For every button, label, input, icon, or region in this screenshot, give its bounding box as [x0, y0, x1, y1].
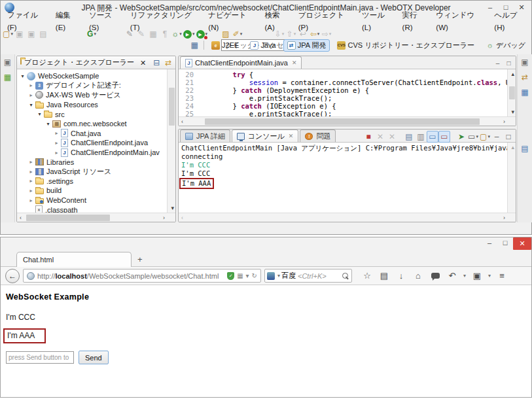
search-bar[interactable]: ▾ 百度 <Ctrl+K> — [264, 269, 352, 283]
scroll-lock-icon[interactable]: ▥ — [415, 131, 427, 143]
restore-view-icon[interactable]: ▣ — [519, 56, 531, 68]
sync-view-icon[interactable]: ⇄ — [519, 71, 531, 83]
tree-expander-icon[interactable]: ▾ — [19, 73, 26, 79]
tree-expander-icon[interactable]: ▸ — [27, 178, 35, 184]
tree-expander-icon[interactable]: ▾ — [27, 102, 35, 108]
tree-item[interactable]: ▸3デプロイメント記述子: — [17, 81, 175, 91]
console-area-tab-コンソール[interactable]: コンソール✕ — [232, 130, 299, 142]
scrollbar-thumb[interactable] — [205, 118, 480, 125]
editor-hscrollbar[interactable]: ‹ › — [179, 116, 516, 126]
send-button[interactable]: Send — [79, 351, 109, 364]
url-text[interactable]: http://localhost/WebSocketSample/websock… — [37, 272, 226, 280]
open-perspective-icon[interactable]: ▦ — [188, 39, 200, 51]
forget-caret-icon[interactable]: ▾ — [486, 269, 493, 283]
tree-expander-icon[interactable]: ▸ — [27, 188, 35, 194]
editor-vscrollbar[interactable]: ▴ ▾ — [507, 69, 516, 116]
perspective-button-CVS リポジトリー・エクスプローラー[interactable]: CVSCVS リポジトリー・エクスプローラー — [333, 39, 478, 52]
tree-item[interactable]: ▸JChat.java — [17, 129, 175, 139]
tree-expander-icon[interactable]: ▸ — [27, 169, 35, 175]
mixed-content-shield-icon[interactable]: ✓ — [227, 272, 234, 280]
minimize-view-icon[interactable]: – — [491, 131, 503, 143]
menu-icon[interactable]: ≡ — [493, 269, 510, 283]
explorer-hscrollbar[interactable]: ‹ › — [17, 213, 175, 222]
open-task-icon[interactable]: ✎ — [124, 28, 135, 40]
minimize-view-icon[interactable]: – — [492, 58, 503, 68]
browser-tab[interactable]: Chat.html — [16, 252, 132, 267]
open-console-icon[interactable]: ▢▾ — [479, 131, 491, 143]
scroll-left-icon[interactable]: ‹ — [20, 213, 22, 222]
scroll-up-icon[interactable]: ▴ — [511, 143, 514, 152]
new-tab-button[interactable]: + — [137, 254, 143, 264]
tree-expander-icon[interactable]: ▸ — [27, 159, 35, 165]
tree-item[interactable]: ▸JavaScript リソース — [17, 167, 175, 177]
scroll-down-icon[interactable]: ▾ — [171, 203, 174, 213]
pin-console-icon[interactable]: ➤ — [455, 131, 467, 143]
tree-expander-icon[interactable]: ▸ — [53, 150, 60, 156]
bookmark-star-icon[interactable]: ☆ — [359, 269, 376, 283]
scrollbar-thumb[interactable] — [26, 215, 110, 221]
code-line[interactable]: 22 } catch (DeploymentException e) { — [179, 86, 507, 94]
tree-item[interactable]: ▸build — [17, 186, 175, 196]
home-icon[interactable]: ⌂ — [410, 269, 427, 283]
reload-icon[interactable]: ↻ — [252, 272, 257, 279]
scroll-up-icon[interactable]: ▴ — [511, 69, 514, 78]
scroll-right-icon[interactable]: › — [503, 117, 505, 126]
console-vscrollbar[interactable]: ▴ — [507, 143, 516, 213]
restore-view-icon[interactable]: ▣ — [2, 56, 14, 68]
tree-item[interactable]: ▾src — [17, 109, 175, 119]
tree-item[interactable]: ▸JAX-WS Web サービス — [17, 90, 175, 100]
debug-icon[interactable]: ☼▾ — [171, 28, 183, 40]
sync-tabs-icon[interactable]: ↶ — [444, 269, 461, 283]
perspective-button-J2EE[interactable]: eJ2EE — [207, 40, 243, 51]
code-line[interactable]: 24 } catch (IOException e) { — [179, 102, 507, 110]
outline-view-icon[interactable]: ▤ — [519, 143, 531, 154]
url-bar[interactable]: http://localhost/WebSocketSample/websock… — [23, 269, 261, 283]
tree-item[interactable]: ▾Java Resources — [17, 100, 175, 110]
console-area-tab-JPA 詳細[interactable]: JPA 詳細 — [180, 130, 230, 142]
console-area-tab-問題[interactable]: !問題 — [300, 130, 336, 142]
scroll-left-icon[interactable]: ‹ — [181, 117, 183, 126]
downloads-icon[interactable]: ↓ — [393, 269, 410, 283]
palette-view-icon[interactable]: ▦ — [519, 86, 531, 98]
tree-expander-icon[interactable]: ▸ — [53, 130, 60, 136]
code-editor[interactable]: 20 try {21 session = container.connectTo… — [179, 69, 507, 116]
forum-icon[interactable] — [427, 269, 444, 283]
tree-expander-icon[interactable]: ▸ — [27, 92, 35, 98]
show-on-stderr-icon[interactable]: ▭ — [438, 131, 450, 143]
code-line[interactable]: 20 try { — [179, 71, 507, 78]
tree-expander-icon[interactable]: ▸ — [53, 140, 60, 146]
close-view-icon[interactable]: ✕ — [135, 57, 151, 69]
back-button[interactable]: ← — [5, 269, 20, 283]
ide-maximize-button[interactable]: □ — [498, 1, 514, 12]
scroll-right-icon[interactable]: › — [163, 213, 165, 222]
close-tab-icon[interactable]: ✕ — [292, 60, 297, 66]
tree-item[interactable]: ▾WebSocketSample — [17, 71, 175, 81]
scrollbar-thumb[interactable] — [509, 86, 515, 99]
collapse-all-icon[interactable]: ⊟ — [151, 57, 162, 69]
search-engine-caret[interactable]: ▾ — [276, 269, 281, 283]
tree-item[interactable]: ▸.settings — [17, 177, 175, 186]
tree-expander-icon[interactable]: ▸ — [27, 198, 35, 203]
tree-item[interactable]: ▸Libraries — [17, 157, 175, 167]
close-tab-icon[interactable]: ✕ — [289, 133, 294, 139]
new-wizard-icon[interactable]: ▢▾ — [2, 28, 14, 40]
code-line[interactable]: 23 e.printStackTrace(); — [179, 94, 507, 102]
console-output[interactable]: ChatClientEndpointMain [Java アプリケーション] C… — [179, 143, 507, 213]
maximize-view-icon[interactable]: □ — [503, 131, 514, 143]
ide-minimize-button[interactable]: – — [482, 1, 498, 12]
clear-console-icon[interactable]: ▤ — [403, 131, 415, 143]
ide-close-button[interactable]: ✕ — [514, 1, 529, 12]
browser-minimize-button[interactable]: – — [482, 237, 497, 247]
scroll-right-icon[interactable]: › — [503, 213, 505, 222]
explorer-vscrollbar[interactable]: ▾ — [167, 69, 175, 213]
perspective-button-Java[interactable]: JJava — [246, 40, 279, 51]
code-line[interactable]: 21 session = container.connectToServer(C… — [179, 78, 507, 86]
show-on-stdout-icon[interactable]: ▭ — [427, 131, 438, 143]
jpa-structure-view-icon[interactable]: ▦ — [2, 71, 14, 83]
reading-list-icon[interactable]: ▤ — [376, 269, 393, 283]
tree-item[interactable]: ▾⊞com.nec.websocket — [17, 119, 175, 129]
message-input[interactable] — [6, 351, 74, 364]
view-menu-icon[interactable]: ▽ — [174, 57, 176, 69]
browser-maximize-button[interactable]: □ — [497, 237, 513, 247]
tree-item[interactable]: ▸JChatClientEndpoint.java — [17, 138, 175, 148]
